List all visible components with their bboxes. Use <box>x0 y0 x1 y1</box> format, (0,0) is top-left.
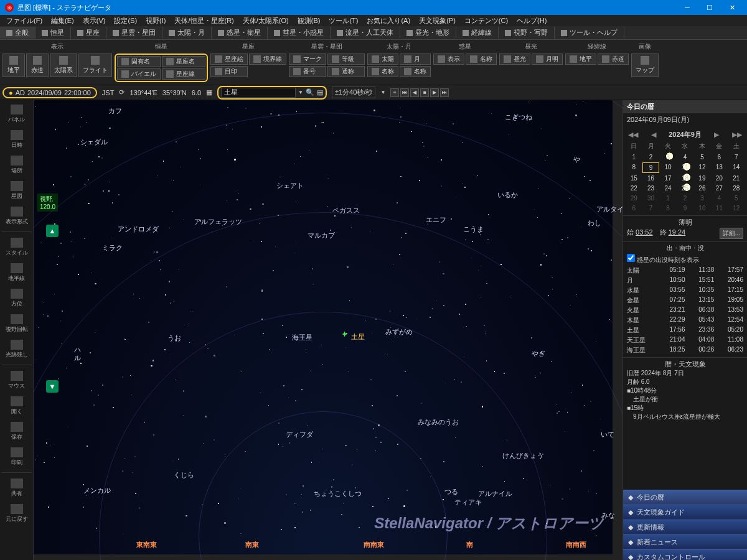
calendar-day[interactable]: 19 <box>694 174 710 183</box>
calendar-day[interactable]: 4 <box>677 152 693 162</box>
toolbar-button[interactable]: 名称 <box>400 66 431 77</box>
calendar-day[interactable]: 28 <box>728 184 745 193</box>
calendar-day[interactable]: 7 <box>728 152 745 162</box>
calendar-day[interactable]: 8 <box>626 162 642 173</box>
calendar-day[interactable]: 3 <box>694 194 710 203</box>
calendar-day[interactable]: 16 <box>642 174 659 183</box>
toolbar-button[interactable]: 等級 <box>327 54 365 65</box>
twilight-detail-button[interactable]: 詳細... <box>720 228 743 239</box>
star-chart[interactable]: 視野 120.0 ▲ ▼ StellaNavigator / アストロアーツ カ… <box>34 100 622 560</box>
calendar-day[interactable]: 6 <box>626 203 642 213</box>
side-tool-button[interactable]: 日時 <box>1 128 32 151</box>
side-tool-button[interactable]: 地平線 <box>1 261 32 284</box>
side-tool-button[interactable]: マウス <box>1 369 32 392</box>
grid-icon[interactable]: ▦ <box>206 88 212 96</box>
menu-item[interactable]: 編集(E) <box>47 16 78 26</box>
category-tab[interactable]: 視野・写野 <box>499 27 555 39</box>
side-tool-button[interactable]: 表示形式 <box>1 205 32 228</box>
menu-item[interactable]: 視野(I) <box>142 16 169 26</box>
datetime-display[interactable]: ● AD 2024/09/09 22:00:00 <box>2 87 97 98</box>
category-tab[interactable]: ツール・ヘルプ <box>555 27 624 39</box>
calendar-day[interactable]: 12 <box>728 203 745 213</box>
toolbar-button[interactable]: 境界線 <box>249 54 286 65</box>
toolbar-button[interactable]: 通称 <box>327 66 365 77</box>
toolbar-button[interactable]: 月明 <box>532 54 563 65</box>
side-tool-button[interactable]: 共有 <box>1 477 32 500</box>
category-tab[interactable]: 星雲・星団 <box>106 27 162 39</box>
calendar-day[interactable]: 17 <box>660 174 676 183</box>
side-tool-button[interactable]: パネル <box>1 103 32 126</box>
category-tab[interactable]: 全般 <box>0 27 35 39</box>
menu-item[interactable]: 天体/太陽系(O) <box>239 16 293 26</box>
calendar-day[interactable]: 7 <box>642 203 659 213</box>
toolbar-button[interactable]: 星座線 <box>162 68 205 80</box>
category-tab[interactable]: 昼光・地形 <box>400 27 456 39</box>
menu-item[interactable]: ファイル(F) <box>2 16 46 26</box>
stop-button[interactable]: ■ <box>420 88 429 97</box>
side-tool-button[interactable]: 元に戻す <box>1 502 32 525</box>
side-tool-button[interactable]: 星図 <box>1 179 32 202</box>
minimize-button[interactable]: ─ <box>677 0 697 15</box>
calendar-day[interactable]: 27 <box>711 184 727 193</box>
menu-item[interactable]: ツール(T) <box>325 16 362 26</box>
side-tool-button[interactable]: 場所 <box>1 154 32 177</box>
calendar-day[interactable]: 25 <box>677 184 693 193</box>
calendar-day[interactable]: 2 <box>642 152 659 162</box>
calendar-day[interactable]: 21 <box>728 174 745 183</box>
calendar-day[interactable]: 23 <box>642 184 659 193</box>
panel-tab[interactable]: ◆更新情報 <box>623 520 747 534</box>
toolbar-button[interactable]: バイエル <box>117 68 161 80</box>
now-icon[interactable]: ⟳ <box>119 88 125 96</box>
calendar-day[interactable]: 9 <box>677 203 693 213</box>
calendar-day[interactable]: 11 <box>677 162 693 173</box>
menu-item[interactable]: ヘルプ(H) <box>513 16 550 26</box>
toolbar-button[interactable]: 赤道 <box>598 54 629 65</box>
toolbar-button[interactable]: 太陽系 <box>50 54 77 77</box>
calendar-day[interactable]: 5 <box>694 152 710 162</box>
category-tab[interactable]: 恒星 <box>35 27 71 39</box>
forward-button[interactable]: ⏭ <box>440 88 449 97</box>
side-tool-button[interactable]: 保存 <box>1 420 32 443</box>
toolbar-button[interactable]: 地平 <box>2 54 25 77</box>
calendar-day[interactable]: 10 <box>660 162 676 173</box>
calendar-day[interactable]: 2 <box>677 194 693 203</box>
calendar-day[interactable]: 5 <box>728 194 745 203</box>
toolbar-button[interactable]: 目印 <box>210 66 248 77</box>
step-icon[interactable]: ≡ <box>390 88 399 97</box>
panel-tab[interactable]: ◆新着ニュース <box>623 534 747 549</box>
menu-item[interactable]: 観測(B) <box>294 16 324 26</box>
toolbar-button[interactable]: 地平 <box>565 54 596 65</box>
menu-item[interactable]: コンテンツ(C) <box>461 16 512 26</box>
category-tab[interactable]: 流星・人工天体 <box>331 27 400 39</box>
calendar-day[interactable]: 30 <box>642 194 659 203</box>
play-button[interactable]: ▶ <box>430 88 439 97</box>
category-tab[interactable]: 太陽・月 <box>162 27 212 39</box>
prev-button[interactable]: ◀ <box>410 88 419 97</box>
toolbar-button[interactable]: 固有名 <box>117 56 161 67</box>
saturn-marker[interactable]: ✦ <box>342 330 347 338</box>
calendar-day[interactable]: 15 <box>626 174 642 183</box>
calendar-day[interactable]: 14 <box>728 162 745 173</box>
category-tab[interactable]: 星座 <box>71 27 106 39</box>
timestep-dropdown[interactable]: ▼ <box>380 90 385 95</box>
search-input[interactable] <box>221 88 296 98</box>
calendar-day[interactable]: 1 <box>626 152 642 162</box>
toolbar-button[interactable]: 赤道 <box>26 54 49 77</box>
side-tool-button[interactable]: スタイル <box>1 236 32 259</box>
maximize-button[interactable]: ☐ <box>700 0 720 15</box>
toolbar-button[interactable]: マップ <box>631 54 659 77</box>
calendar-day[interactable]: 6 <box>711 152 727 162</box>
toolbar-button[interactable]: 名称 <box>367 66 398 77</box>
cal-next-year[interactable]: ▶▶ <box>732 131 742 139</box>
toolbar-button[interactable]: 表示 <box>433 54 464 65</box>
side-tool-button[interactable]: 方位 <box>1 287 32 310</box>
panel-tab[interactable]: ◆今日の暦 <box>623 490 747 505</box>
menu-item[interactable]: 設定(S) <box>110 16 141 26</box>
calendar-day[interactable]: 12 <box>694 162 710 173</box>
list-icon[interactable]: ▤ <box>317 88 323 96</box>
calendar-day[interactable]: 20 <box>711 174 727 183</box>
show-planet-times-checkbox[interactable] <box>627 254 635 262</box>
rewind-button[interactable]: ⏮ <box>400 88 409 97</box>
calendar-day[interactable]: 18 <box>677 174 693 183</box>
calendar-day[interactable]: 10 <box>694 203 710 213</box>
